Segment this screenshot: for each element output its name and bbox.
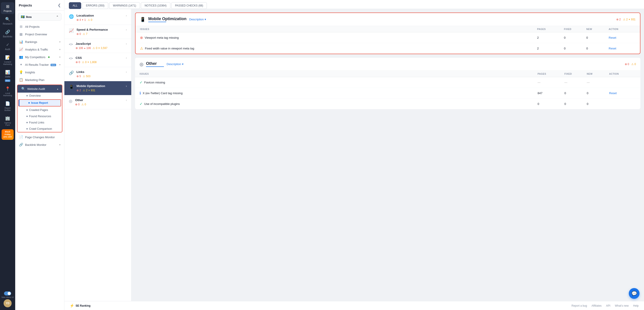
issue-reset-button[interactable]: Reset (609, 47, 636, 50)
nav-item-page-changes-monitor[interactable]: 📄 Page Changes Monitor (15, 133, 64, 141)
tab-errors[interactable]: ERRORS (350) (82, 2, 108, 9)
nav-item-all-projects[interactable]: ⊞ All Projects (15, 23, 64, 30)
sidebar-icon-projects[interactable]: ⊞ Projects (1, 2, 14, 14)
sidebar-icon-content-marketing[interactable]: 📝 Content Marketing (1, 53, 14, 67)
my-competitors-chevron: ▾ (59, 56, 60, 58)
sub-nav-crawl-comparison[interactable]: Crawl Comparison (18, 126, 62, 132)
other-description-link[interactable]: Description ▾ (166, 62, 184, 66)
footer-links: Report a bug Affiliates API What's new H… (572, 304, 639, 307)
project-overview-icon: ▦ (19, 32, 23, 36)
nav-item-website-audit[interactable]: 🔍 Website Audit ▴ (18, 85, 62, 92)
other-card-header: ◎ Other Description ▾ ⊗ 0 ⚠ 0 (135, 58, 640, 71)
sidebar-icon-local-marketing[interactable]: 📍 Local Marketing (1, 84, 14, 98)
nav-item-analytics-traffic[interactable]: 📈 Analytics & Traffic ▾ (15, 46, 64, 53)
other-card-title: Other (146, 61, 164, 66)
issue-reset-button[interactable]: Reset (609, 92, 636, 95)
smm-icon: 📊 (5, 70, 10, 75)
footer-help[interactable]: Help (633, 304, 639, 307)
footer-affiliates[interactable]: Affiliates (592, 304, 602, 307)
sub-nav-crawled-pages[interactable]: Crawled Pages (18, 107, 62, 113)
icon-sidebar: ⊞ Projects 🔍 Research 🔗 Backlinks ✓ Audi… (0, 0, 15, 310)
crawl-comparison-dot (26, 128, 28, 130)
top-tabs: ALL ERRORS (350) WARNINGS (1471) NOTICES… (64, 0, 644, 9)
category-other[interactable]: ◎ Other ⊗ 0 ⚠ 0 › (64, 95, 131, 109)
footer-whats-new[interactable]: What's new (615, 304, 629, 307)
sub-nav-crawled-pages-label: Crawled Pages (29, 108, 48, 112)
sub-nav-overview[interactable]: Overview (18, 92, 62, 99)
issue-pages: 2 (537, 36, 564, 39)
nav-item-project-overview[interactable]: ▦ Project Overview (15, 30, 64, 38)
tab-all[interactable]: ALL (69, 2, 81, 9)
nav-label-page-changes-monitor: Page Changes Monitor (25, 136, 55, 139)
nav-label-marketing-plan: Marketing Plan (25, 78, 44, 82)
chat-bubble-button[interactable]: 💬 (629, 288, 640, 299)
agency-pack-label: Agency Pack (2, 122, 14, 126)
other-chevron: › (126, 98, 127, 102)
nav-item-insights[interactable]: 💡 Insights (15, 68, 64, 76)
report-builder-label: Report Builder (2, 107, 14, 112)
category-css[interactable]: <> CSS ⊗ 0 ⚠ 0 ▼ 1,808 › (64, 53, 131, 67)
other-desc-chevron: ▾ (182, 62, 184, 66)
projects-label: Projects (4, 10, 12, 12)
content-marketing-label: Content Marketing (2, 61, 14, 65)
nav-label-backlink-monitor: Backlink Monitor (25, 143, 46, 146)
sidebar-icon-report-builder[interactable]: 📄 Report Builder (1, 99, 14, 113)
nav-label-project-overview: Project Overview (25, 33, 47, 36)
nav-item-ai-results-tracker[interactable]: ✦ AI Results Tracker Beta ▾ (15, 61, 64, 68)
new-menu-toggle[interactable] (4, 292, 11, 296)
category-mobile-optimization[interactable]: 📱 Mobile Optimization ⊗ 2 ⚠ 2 ▼ 931 › (64, 81, 131, 95)
sidebar-icon-smm[interactable]: 📊 SMM Beta (1, 68, 14, 84)
content-area: 🌐 Localization ⊗ 4 ▼ 1 ⚠ 0 › 📈 Speed & P… (64, 9, 644, 301)
issue-new: 0 (586, 36, 609, 39)
tab-warnings[interactable]: WARNINGS (1471) (109, 2, 140, 9)
tab-notices[interactable]: NOTICES (10364) (141, 2, 170, 9)
desc-chevron: ▾ (204, 18, 206, 21)
links-warnings: ⚠ 503 (83, 75, 90, 78)
footer: ⚡ SE Ranking Report a bug Affiliates API… (64, 301, 644, 310)
javascript-warnings: ⚠ 0 ▼ 3,597 (92, 46, 107, 50)
mobile-description-link[interactable]: Description ▾ (189, 18, 206, 21)
rankings-chevron: ▾ (59, 40, 60, 44)
black-friday-button[interactable]: Black Friday 20% OFF (2, 129, 14, 140)
nav-item-rankings[interactable]: 📊 Rankings ▾ (15, 38, 64, 46)
category-localization[interactable]: 🌐 Localization ⊗ 4 ▼ 1 ⚠ 0 › (64, 11, 131, 25)
issue-new: 0 (587, 102, 609, 106)
sidebar-icon-backlinks[interactable]: 🔗 Backlinks (1, 28, 14, 40)
speed-warnings: ⚠ 7 (83, 32, 88, 36)
nav-item-marketing-plan[interactable]: 📋 Marketing Plan (15, 76, 64, 84)
issue-fixed: 0 (564, 102, 587, 106)
ai-tracker-chevron: ▾ (59, 63, 60, 66)
mobile-optimization-icon: 📱 (69, 84, 74, 90)
overview-dot (26, 95, 28, 96)
speed-performance-icon: 📈 (69, 28, 74, 33)
mobile-title-underline (148, 22, 166, 22)
sub-nav-issue-report[interactable]: Issue Report (19, 100, 60, 106)
sub-nav-found-links[interactable]: Found Links (18, 120, 62, 126)
sub-nav-found-resources[interactable]: Found Resources (18, 113, 62, 120)
other-header-warnings: ⚠ 0 (631, 63, 636, 66)
crawled-pages-dot (26, 109, 28, 111)
nav-item-backlink-monitor[interactable]: 🔗 Backlink Monitor ▾ (15, 141, 64, 148)
localization-warnings: ⚠ 0 (88, 18, 92, 22)
mobile-issues-table: ISSUES PAGES FIXED NEW ACTION ⊗ Viewport… (136, 26, 640, 54)
project-selector[interactable]: 🇸🇪 Ikea ⌃ (18, 13, 62, 20)
tab-passed[interactable]: PASSED CHECKS (68) (171, 2, 207, 9)
links-errors: ⊗ 5 (76, 75, 81, 78)
analytics-traffic-icon: 📈 (19, 48, 23, 52)
issue-new: 0 (586, 47, 609, 50)
footer-report-bug[interactable]: Report a bug (572, 304, 587, 307)
issue-reset-button[interactable]: Reset (609, 36, 636, 39)
sub-nav-issue-report-label: Issue Report (31, 101, 48, 104)
user-avatar[interactable]: YD (4, 299, 12, 307)
category-javascript[interactable]: <> JavaScript ⊗ 106 ▲ 106 ⚠ 0 ▼ 3,597 › (64, 39, 131, 53)
sidebar-icon-research[interactable]: 🔍 Research (1, 15, 14, 27)
category-links[interactable]: 🔗 Links ⊗ 5 ⚠ 503 › (64, 67, 131, 81)
sidebar-icon-audit[interactable]: ✓ Audit (1, 40, 14, 52)
collapse-nav-button[interactable]: ❮ (58, 3, 60, 8)
footer-api[interactable]: API (606, 304, 610, 307)
nav-item-my-competitors[interactable]: 👥 My Competitors ▾ (15, 53, 64, 61)
sidebar-icon-agency-pack[interactable]: 🏢 Agency Pack (1, 114, 14, 128)
localization-icon: 🌐 (69, 14, 74, 19)
se-ranking-icon: ⚡ (70, 304, 74, 308)
category-speed-performance[interactable]: 📈 Speed & Performance ⊗ 0 ⚠ 7 › (64, 25, 131, 39)
